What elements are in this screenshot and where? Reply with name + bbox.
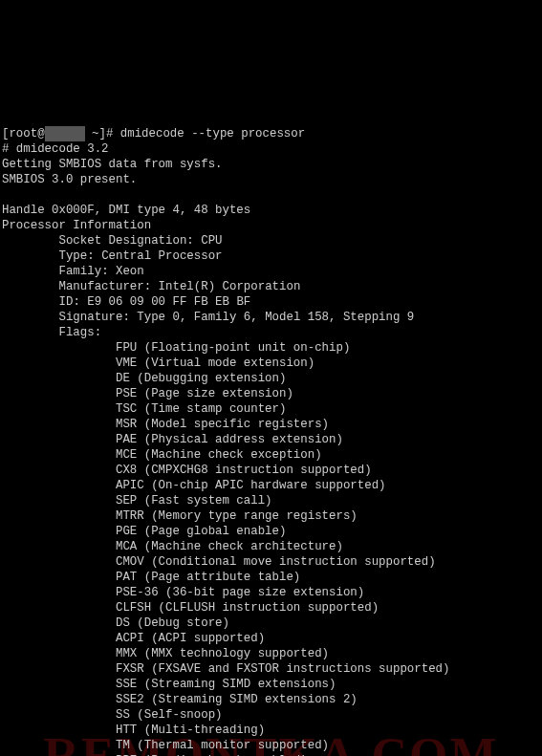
handle-line: Handle 0x000F, DMI type 4, 48 bytes [2,204,250,217]
field-value: Intel(R) Corporation [159,280,301,293]
command-text: dmidecode --type processor [120,127,305,140]
section-title: Processor Information [2,219,151,232]
field-label: Socket Designation [59,234,187,248]
flags-label: Flags: [59,326,102,339]
field-label: Manufacturer [59,280,144,293]
prompt-line: [root@ ~]# dmidecode --type processor [2,127,305,140]
output-line: SMBIOS 3.0 present. [2,173,137,186]
output-line: Getting SMBIOS data from sysfs. [2,158,223,171]
field-label: Family [59,265,102,278]
field-value: Central Processor [101,249,222,263]
field-value: CPU [201,234,222,248]
terminal-output: [root@ ~]# dmidecode --type processor # … [0,107,542,756]
field-value: Xeon [116,265,144,278]
field-label: Signature [59,311,123,324]
field-label: ID [59,295,74,309]
field-label: Type [59,249,88,263]
output-line: # dmidecode 3.2 [2,142,109,156]
flags-list: FPU (Floating-point unit on-chip) VME (V… [2,341,449,756]
field-value: E9 06 09 00 FF FB EB BF [87,295,250,309]
hostname-masked [45,126,85,141]
field-value: Type 0, Family 6, Model 158, Stepping 9 [137,311,414,324]
